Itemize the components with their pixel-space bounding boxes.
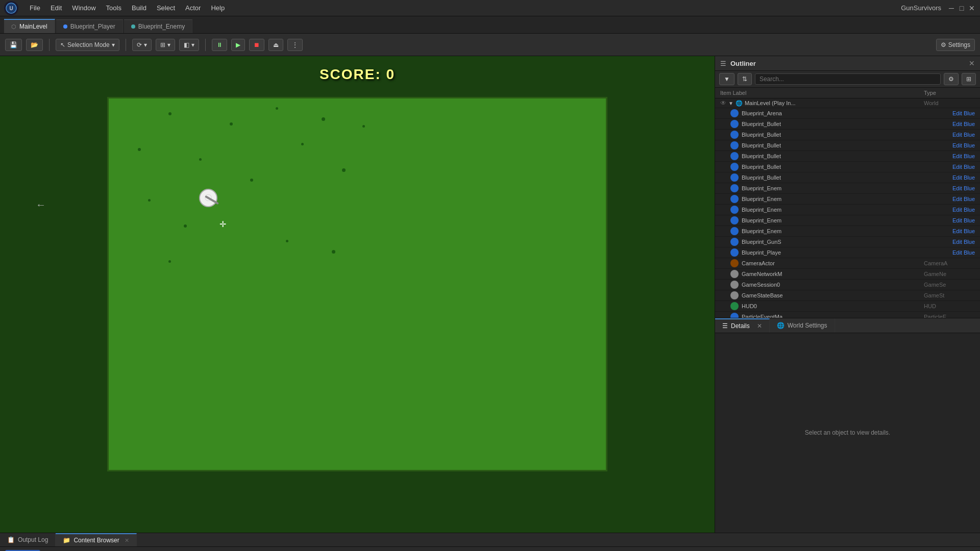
edit-link[interactable]: Edit Blue xyxy=(952,207,975,213)
settings-button[interactable]: ⚙ Settings xyxy=(936,39,975,51)
outliner-item-enemy2[interactable]: Blueprint_Enem Edit Blue xyxy=(715,194,980,205)
outliner-item-bullet4[interactable]: Blueprint_Bullet Edit Blue xyxy=(715,151,980,162)
edit-link[interactable]: Edit Blue xyxy=(952,153,975,159)
outliner-item-mainlevel[interactable]: 👁 ▼ 🌐 MainLevel (Play In... World xyxy=(715,98,980,108)
outliner-item-guns[interactable]: Blueprint_GunS Edit Blue xyxy=(715,237,980,247)
tab-blueprint-enemy[interactable]: Blueprint_Enemy xyxy=(124,19,192,33)
outliner-item-enemy3[interactable]: Blueprint_Enem Edit Blue xyxy=(715,205,980,215)
menu-build[interactable]: Build xyxy=(127,2,152,14)
minimize-button[interactable]: ─ xyxy=(947,4,955,12)
viewport-button[interactable]: ◧ ▾ xyxy=(179,39,199,51)
menu-file[interactable]: File xyxy=(24,2,45,14)
outliner-settings-button[interactable]: ⚙ xyxy=(944,73,959,85)
edit-link[interactable]: Edit Blue xyxy=(952,132,975,138)
outliner-sort-button[interactable]: ⇅ xyxy=(738,73,752,85)
outliner-search[interactable] xyxy=(755,73,941,85)
more-options-button[interactable]: ⋮ xyxy=(287,39,303,51)
edit-link[interactable]: Edit Blue xyxy=(952,121,975,127)
score-display: SCORE: 0 xyxy=(320,66,395,83)
item-name: Blueprint_Bullet xyxy=(742,164,952,170)
outliner-filter-button[interactable]: ▼ xyxy=(719,73,734,85)
outliner-item-particle[interactable]: ParticleEventMa ParticleE xyxy=(715,312,980,318)
tab-output-log[interactable]: 📋 Output Log xyxy=(0,533,56,546)
outliner-item-gamestate[interactable]: GameStateBase GameSt xyxy=(715,290,980,301)
play-button[interactable]: ▶ xyxy=(231,39,245,51)
blueprint-icon xyxy=(730,163,739,171)
outliner-item-bullet5[interactable]: Blueprint_Bullet Edit Blue xyxy=(715,162,980,172)
outliner-panel: ☰ Outliner ✕ ▼ ⇅ ⚙ ⊞ Item Label Type 👁 ▼ xyxy=(715,56,980,318)
outliner-item-network[interactable]: GameNetworkM GameNe xyxy=(715,269,980,280)
tab-details[interactable]: ☰ Details ✕ xyxy=(715,318,770,333)
menu-tools[interactable]: Tools xyxy=(101,2,127,14)
menu-edit[interactable]: Edit xyxy=(45,2,67,14)
item-type: GameSt xyxy=(924,292,975,298)
stop-button[interactable]: ⏹ xyxy=(249,39,264,51)
snap-button[interactable]: ⊞ ▾ xyxy=(156,39,175,51)
item-name: Blueprint_Bullet xyxy=(742,153,952,159)
main-layout: SCORE: 0 xyxy=(0,56,980,533)
bottom-area: 📋 Output Log 📁 Content Browser ✕ ＋ + Add… xyxy=(0,533,980,551)
outliner-item-bullet1[interactable]: Blueprint_Bullet Edit Blue xyxy=(715,119,980,130)
tab-mainlevel[interactable]: ⬡ MainLevel xyxy=(4,19,55,33)
outliner-item-enemy4[interactable]: Blueprint_Enem Edit Blue xyxy=(715,215,980,226)
blueprint-icon xyxy=(730,216,739,224)
tab-blueprint-player[interactable]: Blueprint_Player xyxy=(56,19,123,33)
outliner-col-headers: Item Label Type xyxy=(715,88,980,98)
edit-link[interactable]: Edit Blue xyxy=(952,196,975,202)
open-button[interactable]: 📂 xyxy=(26,39,43,51)
edit-link[interactable]: Edit Blue xyxy=(952,142,975,148)
outliner-more-button[interactable]: ⊞ xyxy=(962,73,976,85)
edit-link[interactable]: Edit Blue xyxy=(952,239,975,245)
selection-mode-label: Selection Mode xyxy=(67,41,110,48)
settings-label: Settings xyxy=(948,41,970,48)
close-button[interactable]: ✕ xyxy=(968,4,976,12)
edit-link[interactable]: Edit Blue xyxy=(952,217,975,223)
content-browser-close-button[interactable]: ✕ xyxy=(125,537,129,544)
outliner-item-player[interactable]: Blueprint_Playe Edit Blue xyxy=(715,247,980,258)
crosshair: ✛ xyxy=(219,219,226,229)
outliner-close-button[interactable]: ✕ xyxy=(969,59,975,67)
edit-link[interactable]: Edit Blue xyxy=(952,164,975,170)
eject-button[interactable]: ⏏ xyxy=(268,39,283,51)
menu-actor[interactable]: Actor xyxy=(180,2,206,14)
edit-link[interactable]: Edit Blue xyxy=(952,185,975,191)
chevron-down-icon-4: ▾ xyxy=(191,41,194,48)
outliner-item-arena[interactable]: Blueprint_Arena Edit Blue xyxy=(715,108,980,119)
blueprint-icon xyxy=(730,152,739,160)
arrow-indicator: ← xyxy=(36,199,46,211)
tab-blueprint-enemy-dot xyxy=(131,24,135,29)
details-close-button[interactable]: ✕ xyxy=(757,322,762,330)
menu-select[interactable]: Select xyxy=(152,2,180,14)
item-type: HUD xyxy=(924,303,975,309)
details-icon: ☰ xyxy=(722,322,728,330)
selection-mode-button[interactable]: ↖ Selection Mode ▾ xyxy=(56,39,119,51)
outliner-item-camera[interactable]: CameraActor CameraA xyxy=(715,258,980,269)
chevron-down-icon: ▾ xyxy=(112,41,115,48)
menu-window[interactable]: Window xyxy=(67,2,101,14)
outliner-toolbar: ▼ ⇅ ⚙ ⊞ xyxy=(715,71,980,88)
outliner-item-bullet6[interactable]: Blueprint_Bullet Edit Blue xyxy=(715,172,980,183)
pause-button[interactable]: ⏸ xyxy=(212,39,227,51)
tab-content-browser[interactable]: 📁 Content Browser ✕ xyxy=(56,533,136,546)
menu-help[interactable]: Help xyxy=(206,2,230,14)
separator-3 xyxy=(205,39,206,51)
outliner-item-session[interactable]: GameSession0 GameSe xyxy=(715,280,980,290)
outliner-item-bullet3[interactable]: Blueprint_Bullet Edit Blue xyxy=(715,140,980,151)
tab-world-settings[interactable]: 🌐 World Settings xyxy=(770,318,835,333)
outliner-item-bullet2[interactable]: Blueprint_Bullet Edit Blue xyxy=(715,130,980,140)
maximize-button[interactable]: □ xyxy=(958,4,966,12)
outliner-item-enemy1[interactable]: Blueprint_Enem Edit Blue xyxy=(715,183,980,194)
blueprint-icon xyxy=(730,238,739,246)
item-name: GameStateBase xyxy=(742,292,924,298)
edit-link[interactable]: Edit Blue xyxy=(952,249,975,256)
outliner-item-enemy5[interactable]: Blueprint_Enem Edit Blue xyxy=(715,226,980,237)
details-tabs: ☰ Details ✕ 🌐 World Settings xyxy=(715,318,980,333)
transform-button[interactable]: ⟳ ▾ xyxy=(132,39,152,51)
save-button[interactable]: 💾 xyxy=(5,39,22,51)
edit-link[interactable]: Edit Blue xyxy=(952,228,975,234)
outliner-item-hud[interactable]: HUD0 HUD xyxy=(715,301,980,312)
edit-link[interactable]: Edit Blue xyxy=(952,174,975,181)
blueprint-icon xyxy=(730,120,739,128)
edit-link[interactable]: Edit Blue xyxy=(952,110,975,116)
viewport[interactable]: SCORE: 0 xyxy=(0,56,715,533)
